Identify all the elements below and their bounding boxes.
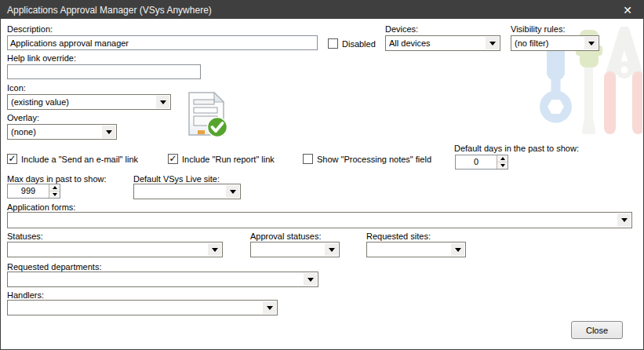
- statuses-label: Statuses:: [7, 232, 43, 241]
- description-input[interactable]: [7, 35, 318, 50]
- checkbox-box[interactable]: ✓: [303, 154, 313, 164]
- default-days-past-spinner[interactable]: 0: [455, 155, 508, 170]
- spinner-down-icon[interactable]: [49, 191, 60, 198]
- title-bar[interactable]: Applications Approval Manager (VSys Anyw…: [1, 1, 643, 19]
- requested-sites-value: [370, 242, 449, 257]
- applications-approval-manager-dialog: Applications Approval Manager (VSys Anyw…: [0, 0, 644, 350]
- description-label: Description:: [7, 24, 53, 34]
- show-processing-notes-checkbox[interactable]: ✓ Show "Processing notes" field: [303, 154, 431, 164]
- icon-select[interactable]: (existing value): [7, 94, 171, 110]
- visibility-rules-select[interactable]: (no filter): [511, 35, 599, 51]
- requested-sites-select[interactable]: [366, 242, 466, 257]
- max-days-past-label: Max days in past to show:: [7, 174, 107, 184]
- help-link-override-label: Help link override:: [7, 53, 76, 63]
- requested-departments-select[interactable]: [7, 272, 318, 287]
- chevron-down-icon[interactable]: [156, 96, 169, 108]
- show-processing-notes-label: Show "Processing notes" field: [317, 155, 431, 164]
- default-vsys-live-site-select[interactable]: [133, 184, 241, 199]
- devices-label: Devices:: [385, 24, 418, 34]
- chevron-down-icon[interactable]: [263, 301, 276, 314]
- overlay-label: Overlay:: [7, 113, 39, 122]
- overlay-value: (none): [11, 125, 100, 139]
- include-run-report-checkbox[interactable]: ✓ Include "Run report" link: [168, 154, 275, 164]
- include-run-report-label: Include "Run report" link: [182, 155, 275, 164]
- chevron-down-icon[interactable]: [208, 243, 221, 256]
- chevron-down-icon[interactable]: [486, 37, 499, 49]
- spinner-up-icon[interactable]: [49, 184, 60, 191]
- visibility-rules-value: (no filter): [515, 36, 583, 50]
- statuses-value: [11, 242, 206, 257]
- chevron-down-icon[interactable]: [451, 243, 464, 256]
- handlers-select[interactable]: [7, 300, 278, 315]
- window-title: Applications Approval Manager (VSys Anyw…: [7, 5, 212, 16]
- approval-statuses-label: Approval statuses:: [250, 232, 322, 241]
- requested-departments-value: [11, 272, 302, 286]
- include-email-checkbox[interactable]: ✓ Include a "Send an e-mail" link: [7, 154, 138, 164]
- checkbox-box[interactable]: ✓: [328, 38, 338, 49]
- max-days-past-value: 999: [8, 184, 49, 198]
- default-days-past-value: 0: [456, 155, 497, 169]
- checkbox-box[interactable]: ✓: [168, 154, 178, 164]
- icon-label: Icon:: [7, 83, 26, 93]
- application-forms-label: Application forms:: [7, 202, 75, 212]
- default-vsys-live-site-value: [137, 184, 224, 199]
- handlers-label: Handlers:: [7, 290, 44, 300]
- max-days-past-spinner[interactable]: 999: [7, 184, 60, 199]
- approval-statuses-value: [254, 242, 323, 257]
- include-email-label: Include a "Send an e-mail" link: [21, 155, 138, 164]
- approval-statuses-select[interactable]: [250, 242, 340, 257]
- chevron-down-icon[interactable]: [325, 243, 338, 256]
- close-button[interactable]: Close: [571, 321, 623, 339]
- default-days-past-label: Default days in the past to show:: [454, 144, 579, 153]
- close-icon[interactable]: ✕: [619, 1, 636, 19]
- chevron-down-icon[interactable]: [102, 126, 115, 138]
- statuses-select[interactable]: [7, 242, 223, 257]
- form-check-icon: [187, 91, 228, 138]
- application-forms-select[interactable]: [7, 212, 632, 228]
- icon-value: (existing value): [11, 95, 155, 109]
- application-forms-value: [11, 213, 616, 227]
- overlay-select[interactable]: (none): [7, 124, 117, 140]
- visibility-rules-label: Visibility rules:: [511, 24, 566, 34]
- disabled-checkbox-label: Disabled: [342, 39, 376, 49]
- requested-departments-label: Requested departments:: [7, 262, 101, 272]
- chevron-down-icon[interactable]: [226, 185, 239, 198]
- disabled-checkbox[interactable]: ✓ Disabled: [328, 38, 376, 49]
- spinner-up-icon[interactable]: [497, 155, 508, 162]
- chevron-down-icon[interactable]: [304, 273, 317, 286]
- requested-sites-label: Requested sites:: [366, 232, 431, 241]
- devices-select[interactable]: All devices: [385, 35, 500, 51]
- chevron-down-icon[interactable]: [617, 213, 631, 227]
- default-vsys-live-site-label: Default VSys Live site:: [133, 174, 220, 184]
- spinner-down-icon[interactable]: [497, 162, 508, 169]
- help-link-override-input[interactable]: [7, 64, 201, 79]
- chevron-down-icon[interactable]: [584, 37, 598, 49]
- devices-value: All devices: [389, 36, 484, 50]
- checkbox-box[interactable]: ✓: [7, 154, 17, 164]
- handlers-value: [11, 301, 261, 315]
